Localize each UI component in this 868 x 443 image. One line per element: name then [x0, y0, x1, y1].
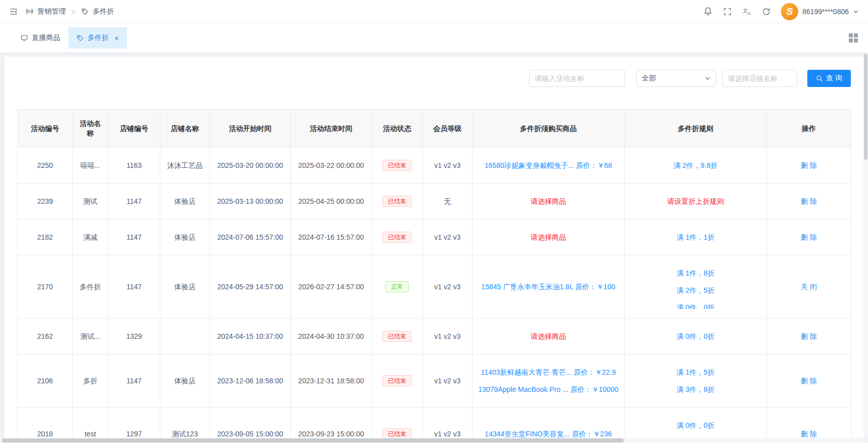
column-header: 会员等级 — [423, 110, 472, 148]
table-row: 2250嘻嘻...1163沐沐工艺品2025-03-20 00:00:00202… — [18, 148, 851, 184]
action-delete-link[interactable]: 删 除 — [801, 430, 817, 438]
product-link[interactable]: 16580珍妮象变身戴帽兔子... 原价：￥68 — [476, 157, 620, 174]
vertical-scrollbar-thumb[interactable] — [864, 54, 867, 160]
column-header: 活动编号 — [18, 110, 73, 148]
cell-products: 16580珍妮象变身戴帽兔子... 原价：￥68 — [472, 148, 625, 184]
rule-item: 满 3件，8折 — [629, 381, 762, 398]
cell-activity-id: 2239 — [18, 184, 73, 219]
svg-text:A: A — [748, 11, 751, 16]
status-select[interactable]: 全部 — [636, 70, 716, 87]
refresh-icon[interactable] — [762, 7, 771, 16]
action-delete-link[interactable]: 删 除 — [801, 332, 817, 340]
cell-shop-id: 1147 — [108, 255, 160, 319]
cell-start-time: 2025-03-13 00:00:00 — [210, 184, 291, 219]
cell-shop-id: 1329 — [108, 319, 160, 355]
cell-activity-name: 满减 — [73, 219, 108, 255]
select-product-prompt[interactable]: 请选择商品 — [476, 328, 620, 345]
fullscreen-icon[interactable] — [723, 7, 732, 16]
cell-end-time: 2024-04-30 10:37:00 — [291, 319, 372, 355]
table-header-row: 活动编号活动名称店铺编号店铺名称活动开始时间活动结束时间活动状态会员等级多件折须… — [18, 110, 851, 148]
cell-end-time: 2026-02-27 14:57:00 — [291, 255, 372, 319]
cell-shop-name: 体验店 — [160, 355, 210, 408]
horizontal-scrollbar-thumb[interactable] — [2, 438, 624, 442]
cell-status: 已结束 — [372, 219, 423, 255]
cell-activity-id: 2106 — [18, 355, 73, 408]
product-link[interactable]: 15845 广垦永丰年玉米油1.8L 原价：￥100 — [476, 278, 620, 295]
breadcrumb: 营销管理 > 多件折 — [25, 7, 114, 16]
account-dropdown[interactable]: S 86199****0806 — [781, 3, 859, 20]
cell-status: 已结束 — [372, 148, 423, 184]
cell-member-level: 无 — [423, 184, 472, 219]
select-product-prompt[interactable]: 请选择商品 — [476, 229, 620, 246]
cell-activity-name: 测试... — [73, 319, 108, 355]
cell-shop-id: 1163 — [108, 148, 160, 184]
cell-rules: 满 1件，8折满 2件，5折满 0件，0折 — [625, 255, 767, 319]
cell-shop-id: 1147 — [108, 355, 160, 408]
rule-item: 满 0件，0折 — [629, 417, 762, 434]
cell-shop-id: 1147 — [108, 219, 160, 255]
set-rule-prompt[interactable]: 请设置折上折规则 — [629, 193, 762, 210]
status-badge: 已结束 — [382, 160, 412, 171]
tab-label: 直播商品 — [32, 33, 60, 42]
tab-layout-grid-icon[interactable] — [849, 33, 858, 42]
tab-close-icon[interactable]: × — [114, 34, 119, 42]
column-header: 活动结束时间 — [291, 110, 372, 148]
tab-multi-discount[interactable]: 多件折 × — [68, 27, 127, 49]
table-row: 2170多件折1147体验店2024-05-29 14:57:002026-02… — [18, 255, 851, 319]
column-header: 活动开始时间 — [210, 110, 291, 148]
vertical-scrollbar[interactable] — [863, 53, 868, 438]
product-link[interactable]: 11403新鲜越南大青芒 青芒... 原价：￥22.9 — [476, 364, 620, 381]
cell-end-time: 2024-07-16 15:57:00 — [291, 219, 372, 255]
discount-icon — [76, 34, 84, 42]
rules-list: 满 1件，8折满 2件，5折满 0件，0折 — [629, 264, 762, 309]
rules-list: 请设置折上折规则 — [629, 193, 762, 210]
cell-shop-name: 体验店 — [160, 184, 210, 219]
cell-action: 删 除 — [767, 355, 851, 408]
cell-activity-name: 嘻嘻... — [73, 148, 108, 184]
product-link[interactable]: 13079Apple MacBook Pro ... 原价：￥10000 — [476, 381, 620, 398]
menu-fold-icon[interactable] — [9, 7, 18, 16]
cell-member-level: v1 v2 v3 — [423, 355, 472, 408]
status-badge: 已结束 — [382, 375, 412, 386]
rules-list: 满 1件，5折满 3件，8折 — [629, 364, 762, 398]
breadcrumb-section[interactable]: 营销管理 — [37, 7, 66, 16]
cell-action: 删 除 — [767, 219, 851, 255]
cell-activity-name: 多件折 — [73, 255, 108, 319]
status-badge: 正常 — [385, 281, 409, 292]
notification-bell-icon[interactable] — [703, 7, 713, 16]
table-row: 2239测试1147体验店2025-03-13 00:00:002025-04-… — [18, 184, 851, 219]
action-delete-link[interactable]: 删 除 — [801, 377, 817, 385]
cell-member-level: v1 v2 v3 — [423, 219, 472, 255]
tab-live-goods[interactable]: 直播商品 — [12, 27, 68, 49]
column-header: 多件折须购买商品 — [472, 110, 625, 148]
cell-products: 15845 广垦永丰年玉米油1.8L 原价：￥100 — [472, 255, 625, 319]
breadcrumb-separator: > — [71, 8, 75, 16]
cell-action: 删 除 — [767, 184, 851, 219]
activity-name-input[interactable] — [529, 70, 625, 87]
action-delete-link[interactable]: 删 除 — [801, 161, 817, 169]
cell-status: 正常 — [372, 255, 423, 319]
action-delete-link[interactable]: 删 除 — [801, 197, 817, 205]
select-product-prompt[interactable]: 请选择商品 — [476, 193, 620, 210]
table-row: 2182满减1147体验店2024-07-06 15:57:002024-07-… — [18, 219, 851, 255]
cell-shop-name — [160, 319, 210, 355]
cell-status: 已结束 — [372, 319, 423, 355]
action-delete-link[interactable]: 删 除 — [801, 233, 817, 241]
translate-icon[interactable]: 文 A — [742, 7, 752, 16]
cell-start-time: 2023-12-06 18:58:00 — [210, 355, 291, 408]
cell-shop-name: 沐沐工艺品 — [160, 148, 210, 184]
shop-name-input[interactable] — [722, 70, 797, 87]
search-button[interactable]: 查 询 — [807, 70, 851, 87]
cell-status: 已结束 — [372, 184, 423, 219]
table-row: 2106多折1147体验店2023-12-06 18:58:002023-12-… — [18, 355, 851, 408]
horizontal-scrollbar[interactable] — [0, 438, 863, 443]
action-close-link[interactable]: 关 闭 — [801, 283, 817, 291]
status-select-value: 全部 — [642, 74, 656, 83]
cell-start-time: 2024-05-29 14:57:00 — [210, 255, 291, 319]
rule-item: 满 1件，1折 — [629, 229, 762, 246]
cell-action: 删 除 — [767, 319, 851, 355]
rule-item: 满 2件，9.8折 — [629, 157, 762, 174]
cell-rules: 满 2件，9.8折 — [625, 148, 767, 184]
column-header: 店铺名称 — [160, 110, 210, 148]
cell-products: 请选择商品 — [472, 219, 625, 255]
